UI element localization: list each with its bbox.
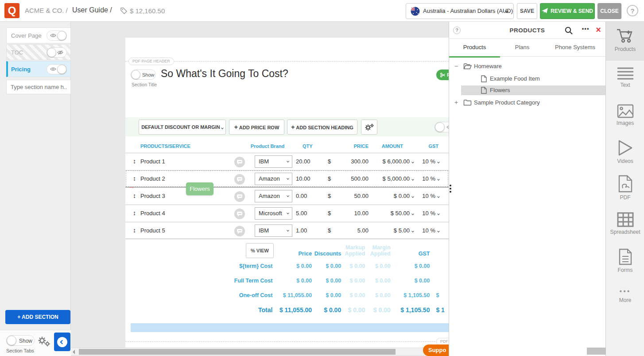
close-button[interactable]: CLOSE: [597, 3, 621, 19]
save-button[interactable]: SAVE: [517, 3, 537, 19]
tab-plans[interactable]: Plans: [500, 39, 544, 57]
qty-value[interactable]: 0.00: [296, 193, 307, 199]
brand-select[interactable]: Amazon: [255, 190, 292, 202]
comment-bubble-icon[interactable]: [234, 157, 245, 167]
horizontal-scrollbar[interactable]: [71, 348, 449, 355]
brand-select[interactable]: IBM: [255, 224, 292, 237]
price-value[interactable]: 50.00: [354, 193, 369, 199]
page-break-button[interactable]: PAG: [436, 70, 449, 80]
brand-select[interactable]: Amazon: [255, 173, 292, 185]
tree-label[interactable]: Example Food Item: [490, 75, 540, 82]
qty-value[interactable]: 5.00: [296, 210, 307, 217]
drag-handle-icon[interactable]: ↕: [133, 158, 136, 165]
toggle-knob[interactable]: [131, 70, 140, 79]
qty-value[interactable]: 20.00: [296, 158, 310, 165]
toggle-knob[interactable]: [57, 31, 66, 40]
toggle-knob[interactable]: [57, 65, 66, 74]
tab-products[interactable]: Products: [449, 39, 500, 57]
toggle-knob[interactable]: [47, 48, 56, 57]
tree-item-flowers-selected[interactable]: Flowers: [461, 85, 606, 95]
comment-bubble-icon[interactable]: [234, 174, 245, 185]
panel-scrollbar-corner[interactable]: [587, 348, 606, 355]
pricing-visibility-toggle[interactable]: [435, 122, 449, 132]
toggle-knob[interactable]: [435, 122, 445, 132]
product-name[interactable]: Product 1: [140, 158, 165, 165]
tree-label[interactable]: Homeware: [474, 63, 502, 70]
brand-select[interactable]: Microsoft: [255, 207, 292, 220]
pricing-settings-button[interactable]: [361, 120, 377, 135]
help-icon[interactable]: ?: [627, 5, 638, 16]
toolbar-item-text[interactable]: Text: [606, 67, 644, 88]
section-tabs-toggle[interactable]: Show: [6, 335, 35, 346]
product-name[interactable]: Product 2: [140, 175, 165, 182]
amount-value[interactable]: $ 50.00: [391, 210, 414, 217]
table-row[interactable]: ↕ Product 1 IBM 20.00 $ 300.00 $ 6,000.0…: [125, 153, 449, 170]
drag-handle-icon[interactable]: ↕: [133, 192, 136, 199]
expand-icon[interactable]: +: [454, 99, 458, 106]
sidebar-item-pricing[interactable]: Pricing: [6, 61, 71, 77]
tab-phone-systems[interactable]: Phone Systems: [544, 39, 606, 57]
toolbar-item-images[interactable]: Images: [606, 104, 644, 126]
gst-value[interactable]: 10 %: [422, 227, 439, 234]
search-icon[interactable]: [565, 27, 573, 36]
toolbar-item-videos[interactable]: Videos: [606, 139, 644, 164]
comment-bubble-icon[interactable]: [234, 226, 245, 236]
amount-value[interactable]: $ 5,000.00: [383, 175, 414, 182]
product-name[interactable]: Product 3: [140, 193, 165, 199]
drag-handle-icon[interactable]: ↕: [133, 227, 136, 234]
review-send-button[interactable]: REVIEW & SEND: [540, 3, 595, 19]
table-row[interactable]: ↕ Product 2 Amazon 10.00 $ 500.00 $ 5,00…: [125, 170, 449, 187]
price-value[interactable]: 10.00: [354, 210, 369, 217]
toolbar-item-products[interactable]: Products: [606, 22, 644, 61]
sidebar-item-cover-page[interactable]: Cover Page: [6, 27, 71, 43]
scrollbar-thumb[interactable]: [79, 349, 396, 355]
visibility-toggle[interactable]: [47, 64, 67, 74]
tree-label[interactable]: Flowers: [490, 87, 510, 93]
currency-selector[interactable]: Australia - Australian Dollars (AUD): [406, 3, 514, 19]
table-row[interactable]: ↕ Product 4 Microsoft 5.00 $ 10.00 $ 50.…: [125, 205, 449, 222]
close-icon[interactable]: ×: [596, 25, 601, 35]
gst-value[interactable]: 10 %: [422, 210, 439, 217]
visibility-toggle[interactable]: [47, 31, 67, 41]
toolbar-item-spreadsheet[interactable]: Spreadsheet: [606, 212, 644, 235]
amount-value[interactable]: $ 6,000.00: [383, 158, 414, 165]
gst-value[interactable]: 10 %: [422, 193, 439, 199]
gst-value[interactable]: 10 %: [422, 158, 439, 165]
add-price-row-button[interactable]: +ADD PRICE ROW: [229, 120, 284, 135]
gst-value[interactable]: 10 %: [422, 175, 439, 182]
amount-value[interactable]: $ 5.00: [394, 227, 414, 234]
price-value[interactable]: 5.00: [357, 227, 369, 234]
price-value[interactable]: 300.00: [351, 158, 369, 165]
toolbar-item-pdf[interactable]: PDF: [606, 175, 644, 201]
section-title-show-toggle[interactable]: Show: [131, 70, 156, 80]
comment-bubble-icon[interactable]: [234, 209, 245, 219]
add-section-button[interactable]: + ADD SECTION: [5, 310, 70, 324]
product-name[interactable]: Product 5: [140, 227, 165, 234]
tree-item-example-food[interactable]: Example Food Item: [449, 74, 606, 84]
add-section-heading-button[interactable]: +ADD SECTION HEADING: [287, 120, 357, 135]
table-row[interactable]: ↕ Product 5 IBM 1.00 $ 5.00 $ 5.00 10 %: [125, 222, 449, 239]
more-options-icon[interactable]: •••: [582, 26, 590, 32]
table-row[interactable]: ↕ Product 3 Amazon 0.00 $ 50.00 $ 0.00 1…: [125, 187, 449, 205]
brand-select[interactable]: IBM: [255, 155, 292, 168]
product-name[interactable]: Product 4: [140, 210, 165, 217]
tree-label[interactable]: Sample Product Category: [474, 99, 540, 106]
sidebar-item-toc[interactable]: TOC: [6, 44, 71, 60]
default-discount-margin-button[interactable]: DEFAULT DISCOUNT OR MARGIN: [139, 120, 226, 135]
toolbar-item-forms[interactable]: Forms: [606, 248, 644, 273]
support-button[interactable]: Suppo: [423, 344, 449, 356]
app-logo[interactable]: Q: [4, 3, 19, 18]
qty-value[interactable]: 1.00: [296, 227, 307, 234]
section-title[interactable]: So What's It Going To Cost?: [161, 68, 288, 80]
tree-category-sample[interactable]: + Sample Product Category: [449, 98, 606, 108]
tree-category-homeware[interactable]: − Homeware: [449, 62, 606, 71]
new-section-name-input[interactable]: [6, 80, 71, 94]
breadcrumb-quote-name[interactable]: User Guide /: [72, 6, 112, 14]
drag-handle-icon[interactable]: ↕: [133, 175, 136, 182]
visibility-toggle[interactable]: [47, 47, 67, 58]
settings-gears-icon[interactable]: [38, 336, 50, 349]
toolbar-item-more[interactable]: ••• More: [606, 287, 644, 303]
panel-resize-handle[interactable]: [449, 185, 452, 196]
qty-value[interactable]: 10.00: [296, 175, 310, 182]
scroll-left-arrow-icon[interactable]: [73, 350, 75, 354]
